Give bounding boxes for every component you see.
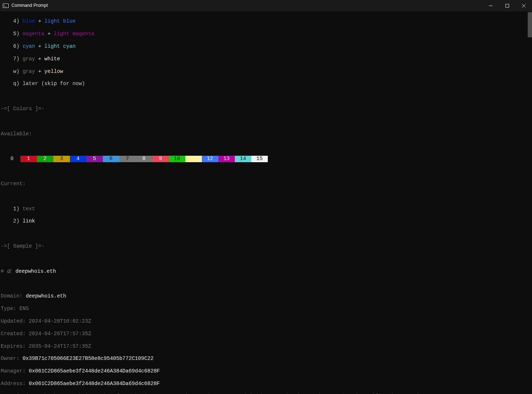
available-label: Available: — [1, 131, 531, 137]
svg-rect-0 — [3, 4, 9, 8]
field-line: Expires: 2035-04-24T17:57:35Z — [1, 343, 531, 350]
window-controls — [483, 0, 532, 11]
palette-swatch: 4 — [70, 156, 86, 162]
palette-swatch: 7 — [119, 156, 136, 162]
palette-swatch: 5 — [86, 156, 103, 162]
svg-rect-3 — [506, 4, 509, 8]
field-line: Domain: deepwhois.eth — [1, 293, 531, 299]
option-line: 5) magenta + light magenta — [1, 31, 531, 37]
palette-swatch: 13 — [218, 156, 235, 162]
terminal-output[interactable]: 4) blue + light blue 5) magenta + light … — [0, 11, 532, 394]
option-line: 4) blue + light blue — [1, 18, 531, 24]
palette-swatch: 12 — [202, 156, 218, 162]
field-line: Owner: 0x39B71c705066E23E27B58e8c95405b7… — [1, 356, 531, 362]
maximize-button[interactable] — [499, 0, 516, 11]
field-line: Type: ENS — [1, 306, 531, 312]
window-title: Command Prompt — [11, 3, 48, 9]
palette-swatch: 1 — [20, 156, 37, 162]
option-line: q) later (skip for now) — [1, 81, 531, 87]
palette-swatch: 9 — [152, 156, 169, 162]
minimize-button[interactable] — [483, 0, 499, 11]
close-button[interactable] — [516, 0, 532, 11]
option-line: 7) gray + white — [1, 56, 531, 62]
sample-title: # 🜀 deepwhois.eth — [1, 268, 531, 275]
palette-swatch: 8 — [136, 156, 152, 162]
option-line: 6) cyan + light cyan — [1, 43, 531, 50]
palette-swatch: 3 — [53, 156, 70, 162]
palette-swatch: 14 — [235, 156, 251, 162]
palette-swatch: 2 — [37, 156, 53, 162]
palette-row: 0123456789101112131415 — [1, 156, 531, 162]
titlebar: Command Prompt — [0, 0, 532, 11]
palette-swatch: 11 — [185, 156, 202, 162]
option-line: w) gray + yellow — [1, 69, 531, 75]
cmd-icon — [3, 3, 9, 9]
field-line: Address: 0x061C2D865aebe3f2448de246A384D… — [1, 381, 531, 387]
palette-swatch: 0 — [4, 156, 20, 162]
current-line: 1) text — [1, 206, 531, 212]
current-label: Current: — [1, 181, 531, 187]
section-header: -=[ Sample ]=- — [1, 243, 531, 249]
field-line: Created: 2024-04-26T17:57:35Z — [1, 331, 531, 337]
field-line: Updated: 2024-04-28T10:02:23Z — [1, 318, 531, 324]
palette-swatch: 6 — [103, 156, 119, 162]
current-line: 2) link — [1, 218, 531, 224]
palette-swatch: 10 — [169, 156, 185, 162]
field-line: Manager: 0x061C2D865aebe3f2448de246A384D… — [1, 368, 531, 374]
section-header: -=[ Colors ]=- — [1, 106, 531, 112]
palette-swatch: 15 — [251, 156, 268, 162]
